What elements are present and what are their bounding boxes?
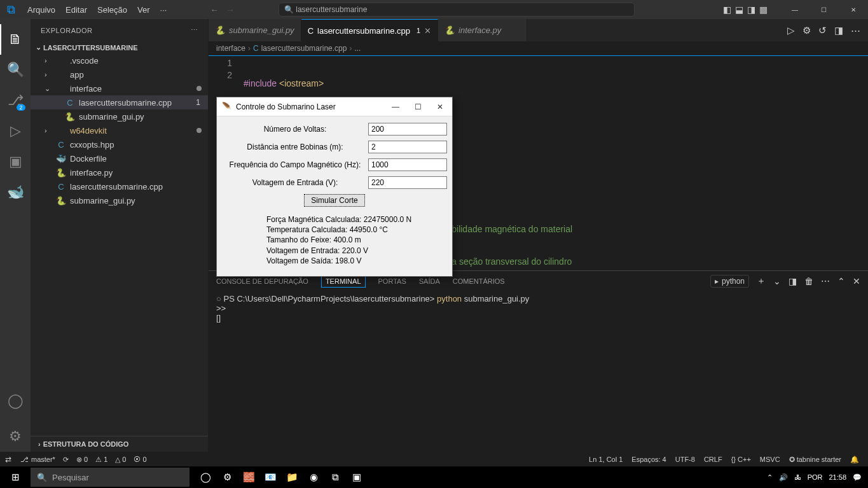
- status-language[interactable]: {} C++: [731, 456, 751, 463]
- tk-field-input[interactable]: [368, 141, 447, 153]
- close-button[interactable]: ✕: [839, 0, 868, 19]
- status-warnings[interactable]: ⚠ 1: [95, 456, 107, 464]
- taskbar-settings-icon[interactable]: ⚙: [216, 466, 238, 488]
- taskbar-store-icon[interactable]: 🧱: [238, 466, 259, 488]
- status-encoding[interactable]: UTF-8: [675, 456, 695, 463]
- status-notifications-icon[interactable]: 🔔: [850, 456, 859, 464]
- tk-maximize-button[interactable]: ☐: [411, 101, 425, 113]
- terminal-dropdown-icon[interactable]: ⌄: [773, 276, 781, 286]
- taskbar-chrome-icon[interactable]: ◉: [303, 466, 324, 488]
- activity-search-icon[interactable]: 🔍: [0, 55, 31, 85]
- panel-tab-comments[interactable]: COMENTÁRIOS: [453, 275, 505, 288]
- menu-selection[interactable]: Seleção: [92, 5, 132, 15]
- file-tree-item[interactable]: 🐍submarine_gui.py: [31, 109, 208, 123]
- minimize-button[interactable]: —: [780, 0, 809, 19]
- remote-indicator[interactable]: ⇄: [0, 452, 17, 467]
- tray-volume-icon[interactable]: 🔊: [779, 473, 788, 482]
- activity-extensions-icon[interactable]: ▣: [0, 146, 31, 177]
- file-tree-item[interactable]: ⌄interface: [31, 81, 208, 95]
- status-tabnine[interactable]: ✪ tabnine starter: [789, 456, 841, 464]
- activity-docker-icon[interactable]: 🐋: [0, 177, 31, 207]
- tk-minimize-button[interactable]: —: [388, 101, 403, 113]
- editor-tab[interactable]: 🐍submarine_gui.py: [209, 19, 301, 41]
- status-nowarn[interactable]: △ 0: [115, 456, 126, 464]
- file-tree-item[interactable]: 🐍submarine_gui.py: [31, 193, 208, 207]
- taskbar-explorer-icon[interactable]: 📁: [281, 466, 303, 488]
- layout-primary-icon[interactable]: ◧: [723, 4, 731, 15]
- more-actions-icon[interactable]: ⋯: [851, 25, 860, 36]
- breadcrumb-file[interactable]: lasercuttersubmarine.cpp: [261, 44, 347, 53]
- command-center-search[interactable]: 🔍 lasercuttersubmarine: [279, 3, 635, 17]
- taskbar-app-icon[interactable]: ▣: [346, 466, 368, 488]
- maximize-button[interactable]: ☐: [809, 0, 839, 19]
- nav-forward-icon[interactable]: →: [226, 5, 234, 15]
- tk-dialog-window[interactable]: 🪶 Controle do Submarino Laser — ☐ ✕ Núme…: [216, 97, 453, 277]
- terminal-maximize-icon[interactable]: ⌃: [837, 276, 845, 286]
- file-tree-item[interactable]: Clasercuttersubmarine.cpp1: [31, 95, 208, 109]
- breadcrumb-folder[interactable]: interface: [216, 44, 245, 53]
- tray-clock[interactable]: 21:58: [829, 473, 846, 481]
- split-editor-icon[interactable]: ◨: [834, 25, 843, 36]
- status-eol[interactable]: CRLF: [704, 456, 722, 463]
- run-icon[interactable]: ▷: [787, 25, 795, 36]
- file-tree-item[interactable]: Ccxxopts.hpp: [31, 137, 208, 151]
- panel-tab-debug-console[interactable]: CONSOLE DE DEPURAÇÃO: [216, 275, 308, 288]
- terminal-trash-icon[interactable]: 🗑: [804, 276, 813, 286]
- tray-language[interactable]: POR: [808, 473, 823, 481]
- activity-debug-icon[interactable]: ▷: [0, 116, 31, 146]
- file-tree-item[interactable]: 🐳Dockerfile: [31, 151, 208, 165]
- file-tree-item[interactable]: Clasercuttersubmarine.cpp: [31, 179, 208, 193]
- menu-view[interactable]: Ver: [132, 5, 155, 15]
- terminal-more-icon[interactable]: ⋯: [821, 276, 830, 286]
- terminal-output[interactable]: ○ PS C:\Users\Dell\PycharmProjects\laser…: [209, 291, 868, 452]
- activity-account-icon[interactable]: ◯: [0, 386, 31, 416]
- layout-panel-icon[interactable]: ⬓: [735, 4, 743, 15]
- taskbar-mail-icon[interactable]: 📧: [259, 466, 281, 488]
- simulate-button[interactable]: Simular Corte: [304, 194, 364, 207]
- file-tree-item[interactable]: ›.vscode: [31, 53, 208, 67]
- layout-secondary-icon[interactable]: ◨: [747, 4, 755, 15]
- menu-file[interactable]: Arquivo: [22, 5, 60, 15]
- breadcrumb[interactable]: interface › C lasercuttersubmarine.cpp ›…: [209, 41, 868, 55]
- history-icon[interactable]: ↺: [818, 25, 827, 36]
- tray-notifications-icon[interactable]: 💬: [853, 473, 862, 482]
- layout-customize-icon[interactable]: ▦: [759, 4, 768, 15]
- file-tree-item[interactable]: ›app: [31, 67, 208, 81]
- status-cursor-pos[interactable]: Ln 1, Col 1: [589, 456, 623, 463]
- breadcrumb-more[interactable]: ...: [354, 44, 361, 53]
- panel-tab-terminal[interactable]: TERMINAL: [321, 275, 366, 288]
- settings-gear-icon[interactable]: ⚙: [803, 25, 811, 36]
- start-button-icon[interactable]: ⊞: [0, 466, 31, 488]
- taskbar-github-icon[interactable]: ◯: [195, 466, 216, 488]
- activity-settings-icon[interactable]: ⚙: [0, 421, 31, 452]
- terminal-split-icon[interactable]: ◨: [789, 276, 797, 286]
- terminal-profile[interactable]: ▸python: [710, 275, 749, 288]
- tk-field-input[interactable]: [368, 158, 447, 171]
- tab-close-icon[interactable]: ✕: [424, 26, 431, 36]
- terminal-close-icon[interactable]: ✕: [853, 276, 860, 286]
- panel-tab-output[interactable]: SAÍDA: [419, 275, 440, 288]
- menu-edit[interactable]: Editar: [60, 5, 92, 15]
- file-tree-item[interactable]: ›w64devkit: [31, 123, 208, 137]
- activity-explorer-icon[interactable]: 🗎: [0, 24, 31, 55]
- tk-titlebar[interactable]: 🪶 Controle do Submarino Laser — ☐ ✕: [217, 97, 452, 116]
- nav-back-icon[interactable]: ←: [210, 5, 218, 15]
- tk-field-input[interactable]: [368, 176, 447, 189]
- status-indent[interactable]: Espaços: 4: [631, 456, 666, 463]
- tray-network-icon[interactable]: 🖧: [794, 473, 801, 481]
- outline-section[interactable]: ›ESTRUTURA DO CÓDIGO: [31, 436, 208, 452]
- taskbar-search[interactable]: 🔍Pesquisar: [31, 468, 189, 487]
- tree-root[interactable]: ⌄ LASERCUTTERSUBMARINE: [31, 41, 208, 53]
- tray-chevron-icon[interactable]: ⌃: [767, 473, 773, 482]
- status-radio[interactable]: ⦿ 0: [134, 456, 146, 463]
- status-errors[interactable]: ⊗ 0: [76, 456, 88, 464]
- file-tree-item[interactable]: 🐍interface.py: [31, 165, 208, 179]
- editor-tab[interactable]: 🐍interface.py: [438, 19, 527, 41]
- status-sync[interactable]: ⟳: [63, 456, 69, 464]
- sidebar-more-icon[interactable]: ⋯: [191, 26, 198, 34]
- editor-tab[interactable]: Clasercuttersubmarine.cpp1✕: [301, 19, 438, 41]
- terminal-new-icon[interactable]: ＋: [757, 275, 766, 287]
- activity-source-control-icon[interactable]: ⎇2: [0, 85, 31, 116]
- taskbar-vscode-icon[interactable]: ⧉: [324, 466, 346, 488]
- tk-close-button[interactable]: ✕: [433, 101, 447, 113]
